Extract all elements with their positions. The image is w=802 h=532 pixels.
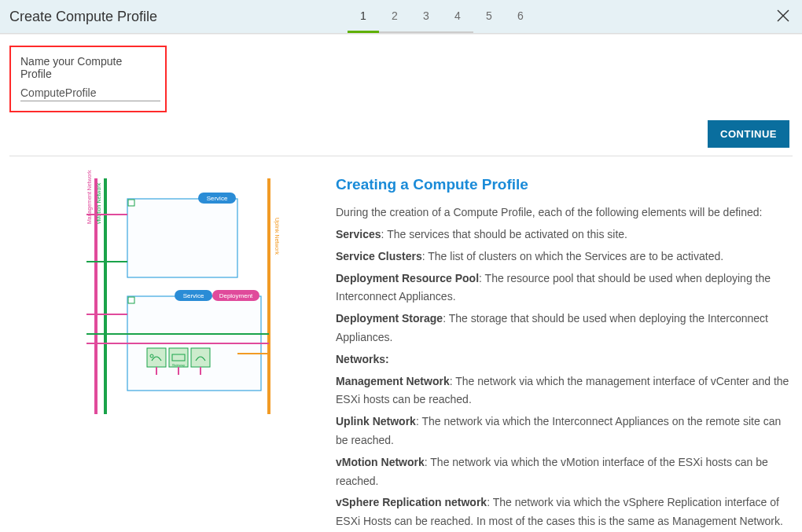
name-profile-box: Name your Compute Profile (9, 46, 167, 112)
info-mgmt: Management Network: The network via whic… (336, 372, 793, 410)
info-networks-label: Networks: (336, 350, 793, 369)
wizard-step-4[interactable]: 4 (442, 0, 473, 33)
info-intro: During the creation of a Compute Profile… (336, 204, 793, 222)
svg-text:Uplink Network: Uplink Network (274, 218, 280, 255)
wizard-step-5[interactable]: 5 (473, 0, 505, 33)
close-icon[interactable] (775, 8, 791, 26)
svg-rect-4 (267, 178, 270, 414)
info-vsr: vSphere Replication network: The network… (336, 493, 793, 531)
info-vmotion: vMotion Network: The network via which t… (336, 453, 793, 491)
wizard-step-1[interactable]: 1 (348, 0, 379, 33)
svg-text:Deployment: Deployment (219, 292, 253, 299)
wizard-step-6[interactable]: 6 (505, 0, 536, 33)
info-heading: Creating a Compute Profile (336, 172, 793, 197)
svg-text:Service: Service (183, 292, 204, 299)
page-title: Create Compute Profile (9, 9, 157, 25)
info-drp: Deployment Resource Pool: The resource p… (336, 270, 793, 307)
diagram: Management Network vMotion Network Uplin… (9, 169, 320, 423)
wizard-step-2[interactable]: 2 (379, 0, 410, 33)
info-uplink: Uplink Network: The network via which th… (336, 413, 793, 450)
wizard-steps: 123456 (348, 0, 536, 33)
svg-text:Management Network: Management Network (86, 170, 93, 224)
info-services: Services: The services that should be ac… (336, 226, 793, 244)
name-profile-label: Name your Compute Profile (20, 55, 156, 80)
svg-text:Service: Service (207, 195, 228, 202)
svg-rect-8 (127, 199, 237, 277)
continue-button[interactable]: CONTINUE (708, 120, 789, 148)
wizard-step-3[interactable]: 3 (410, 0, 442, 33)
info-clusters: Service Clusters: The list of clusters o… (336, 248, 793, 266)
svg-rect-29 (191, 348, 210, 367)
svg-text:vMotion Network: vMotion Network (96, 182, 101, 224)
name-profile-input[interactable] (20, 85, 160, 101)
svg-text:Gateway: Gateway (172, 363, 185, 367)
info-ds: Deployment Storage: The storage that sho… (336, 310, 793, 347)
svg-rect-24 (147, 348, 166, 367)
